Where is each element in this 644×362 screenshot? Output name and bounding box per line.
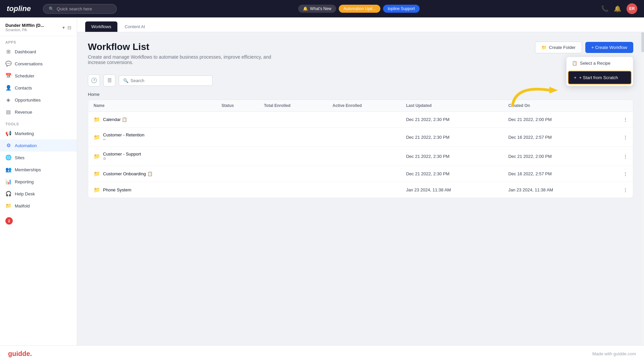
clock-view-button[interactable]: 🕐 <box>88 74 100 86</box>
sidebar-item-reporting[interactable]: 📊 Reporting <box>0 176 77 188</box>
scrollbar-thumb[interactable] <box>641 32 644 52</box>
search-placeholder: Quick search here <box>57 6 92 11</box>
automation-badge[interactable]: Automation Upd... <box>339 5 380 13</box>
sidebar-item-automation[interactable]: ⚙ Automation <box>0 139 77 152</box>
scrollbar-track <box>641 32 644 345</box>
last-updated-cell: Jan 23 2024, 11:38 AM <box>401 182 503 198</box>
sidebar-item-label: Reporting <box>15 179 34 184</box>
folder-label[interactable]: Customer - Support <box>103 152 141 157</box>
avatar[interactable]: ER <box>627 3 637 14</box>
sidebar-item-label: Scheduler <box>15 73 35 78</box>
folder-name-cell: 📁 Customer - Support ⚙ <box>94 152 211 161</box>
row-menu-button[interactable]: ⋮ <box>605 112 633 128</box>
created-on-cell: Dec 16 2022, 2:57 PM <box>503 166 605 182</box>
topnav-icons: 📞 🔔 ER <box>601 3 637 14</box>
chevron-down-icon[interactable]: ▾ <box>62 25 65 30</box>
layout-icon[interactable]: ⊟ <box>67 25 71 30</box>
clock-icon: 🕐 <box>91 77 97 83</box>
company-location: Scranton, PA <box>5 28 62 32</box>
sidebar-item-label: Conversations <box>15 61 43 66</box>
sidebar-item-dashboard[interactable]: ⊞ Dashboard <box>0 46 77 58</box>
plus-icon: + <box>574 75 577 80</box>
bell-icon[interactable]: 🔔 <box>614 5 621 12</box>
sidebar-item-label: Memberships <box>15 167 41 172</box>
folder-label[interactable]: Customer - Retention <box>103 132 145 137</box>
sidebar-item-conversations[interactable]: 💬 Conversations <box>0 58 77 70</box>
search-bar[interactable]: 🔍 Quick search here <box>43 4 117 14</box>
status-cell <box>216 166 259 182</box>
table-row: 📁 Customer - Support ⚙ Dec 21 2022, 2:30… <box>88 147 633 166</box>
last-updated-cell: Dec 21 2022, 2:30 PM <box>401 128 503 147</box>
folder-icon: 📁 <box>541 45 547 50</box>
folder-name-cell: 📁 Calendar 📋 <box>94 116 211 123</box>
conversations-icon: 💬 <box>5 61 11 67</box>
main-layout: Dunder Mifflin (D... Scranton, PA ▾ ⊟ Ap… <box>0 17 644 345</box>
sidebar-item-notification-badge[interactable]: 2 <box>0 212 77 228</box>
sidebar-item-label: Help Desk <box>15 191 35 196</box>
active-enrolled-cell <box>327 147 400 166</box>
table-row: 📁 Customer - Retention ✏ Dec 21 2022, 2:… <box>88 128 633 147</box>
sidebar-item-revenue[interactable]: ▤ Revenue <box>0 106 77 118</box>
table-row: 📁 Customer Onboarding 📋 Dec 21 2022, 2:3… <box>88 166 633 182</box>
content-tabs: Workflows Content AI <box>77 17 644 32</box>
marketing-icon: 📢 <box>5 130 11 136</box>
contacts-icon: 👤 <box>5 85 11 91</box>
whats-new-badge[interactable]: 🔔 What's New <box>298 5 336 13</box>
topnav: topline 🔍 Quick search here 🔔 What's New… <box>0 0 644 17</box>
create-workflow-container: + Create Workflow 📋 Select a Recipe + + … <box>585 42 633 53</box>
sidebar: Dunder Mifflin (D... Scranton, PA ▾ ⊟ Ap… <box>0 17 77 345</box>
footer: guidde. Made with guidde.com <box>0 345 644 362</box>
table-toolbar: 🕐 ☰ 🔍 Search ⊟ Filters <box>88 74 633 86</box>
list-view-button[interactable]: ☰ <box>103 74 115 86</box>
workflow-header: Workflow List Create and manage Workflow… <box>88 42 633 65</box>
tab-content-ai[interactable]: Content AI <box>119 21 151 32</box>
folder-label[interactable]: Customer Onboarding 📋 <box>103 171 153 176</box>
sidebar-item-scheduler[interactable]: 📅 Scheduler <box>0 70 77 82</box>
app-logo: topline <box>7 4 31 13</box>
sidebar-item-helpdesk[interactable]: 🎧 Help Desk <box>0 188 77 200</box>
create-workflow-dropdown: 📋 Select a Recipe + + Start from Scratch <box>566 57 633 86</box>
sidebar-item-mailfold[interactable]: 📁 Mailfold <box>0 200 77 212</box>
opportunities-icon: ◈ <box>5 97 11 103</box>
sidebar-item-memberships[interactable]: 👥 Memberships <box>0 164 77 176</box>
workflow-search[interactable]: 🔍 Search <box>119 75 213 86</box>
sidebar-item-label: Automation <box>15 143 37 148</box>
tools-section-label: Tools <box>0 118 77 127</box>
row-menu-button[interactable]: ⋮ <box>605 166 633 182</box>
support-badge[interactable]: topline Support <box>383 5 420 13</box>
revenue-icon: ▤ <box>5 109 11 115</box>
create-workflow-button[interactable]: + Create Workflow <box>585 42 633 53</box>
folder-sub: ⚙ <box>103 157 141 161</box>
sidebar-company[interactable]: Dunder Mifflin (D... Scranton, PA ▾ ⊟ <box>0 17 77 36</box>
row-menu-button[interactable]: ⋮ <box>605 182 633 198</box>
sidebar-item-marketing[interactable]: 📢 Marketing <box>0 127 77 139</box>
sidebar-item-label: Mailfold <box>15 203 30 208</box>
company-icons: ▾ ⊟ <box>62 25 71 30</box>
col-status: Status <box>216 100 259 112</box>
tab-workflows[interactable]: Workflows <box>85 21 117 32</box>
create-folder-button[interactable]: 📁 Create Folder <box>535 42 582 53</box>
sidebar-item-opportunities[interactable]: ◈ Opportunities <box>0 94 77 106</box>
dropdown-start-scratch[interactable]: + + Start from Scratch <box>568 71 632 84</box>
table-row: 📁 Calendar 📋 Dec 21 2022, 2:30 PM Dec 21… <box>88 112 633 128</box>
col-last-updated: Last Updated <box>401 100 503 112</box>
folder-label[interactable]: Calendar 📋 <box>103 117 127 122</box>
mailfold-icon: 📁 <box>5 203 11 209</box>
col-name: Name <box>88 100 216 112</box>
created-on-cell: Dec 21 2022, 2:00 PM <box>503 112 605 128</box>
total-enrolled-cell <box>259 128 327 147</box>
row-menu-button[interactable]: ⋮ <box>605 128 633 147</box>
dropdown-select-recipe[interactable]: 📋 Select a Recipe <box>567 57 633 69</box>
folder-label[interactable]: Phone System <box>103 187 131 192</box>
sidebar-item-label: Revenue <box>15 110 32 115</box>
folder-icon: 📁 <box>94 171 100 177</box>
row-menu-button[interactable]: ⋮ <box>605 147 633 166</box>
sidebar-item-label: Sites <box>15 155 24 160</box>
sidebar-item-contacts[interactable]: 👤 Contacts <box>0 82 77 94</box>
col-active-enrolled: Active Enrolled <box>327 100 400 112</box>
topnav-center: 🔔 What's New Automation Upd... topline S… <box>122 5 596 13</box>
phone-icon[interactable]: 📞 <box>601 5 608 12</box>
col-actions <box>605 100 633 112</box>
sidebar-item-sites[interactable]: 🌐 Sites <box>0 152 77 164</box>
dashboard-icon: ⊞ <box>5 49 11 55</box>
